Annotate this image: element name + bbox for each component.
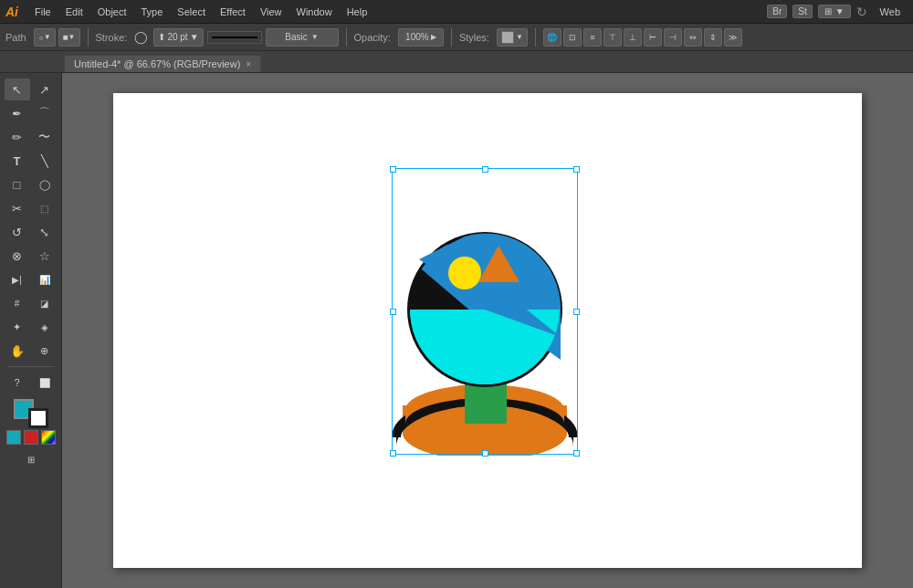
artboard <box>113 93 862 568</box>
eraser-tool-btn[interactable]: ⬚ <box>32 197 58 219</box>
app-logo: Ai <box>5 5 18 19</box>
color-controls <box>6 399 56 445</box>
tab-title: Untitled-4* @ 66.67% (RGB/Preview) <box>74 58 240 69</box>
opacity-field[interactable]: 100% ▶ <box>398 28 444 47</box>
align-group: 🌐 ⊡ ≡ ⊤ ⊥ ⊢ ⊣ ⇔ ⇕ ≫ <box>543 28 742 47</box>
anchor-type-btn[interactable]: ⬦ ▼ <box>34 28 56 47</box>
convert-dropdown-arrow: ▼ <box>68 33 76 41</box>
pen-tool-btn[interactable]: ✒ <box>5 102 30 124</box>
distribute-h-btn[interactable]: ⇔ <box>684 28 702 47</box>
align-middle-btn[interactable]: ⊥ <box>624 28 642 47</box>
menu-select[interactable]: Select <box>170 5 213 19</box>
stroke-profile-btn[interactable]: Basic ▼ <box>266 28 339 47</box>
scale-tool-btn[interactable]: ⤡ <box>32 221 58 243</box>
stroke-up-arrow: ⬆ <box>158 32 165 42</box>
menu-window[interactable]: Window <box>289 5 340 19</box>
globe-icon[interactable]: 🌐 <box>543 28 561 47</box>
view-tools-row: ✋ ⊕ <box>5 340 58 362</box>
red-color-btn[interactable] <box>24 430 38 445</box>
artboard-btn[interactable]: ⊞ <box>7 450 55 468</box>
workspace-switcher[interactable]: ⊞ ▼ <box>818 5 851 18</box>
measure-tools-row: ✦ ◈ <box>5 316 58 338</box>
rotate-tool-btn[interactable]: ↺ <box>5 221 30 243</box>
stroke-value: 20 pt <box>167 32 187 42</box>
more-btn[interactable]: ≫ <box>724 28 742 47</box>
line-tool-btn[interactable]: ╲ <box>32 150 58 172</box>
align-left-btn[interactable]: ⊡ <box>563 28 582 47</box>
symbol-tools-row: ▶| 📊 <box>5 268 58 290</box>
align-bottom-btn[interactable]: ⊣ <box>664 28 682 47</box>
mesh-tool-btn[interactable]: # <box>5 292 30 314</box>
canvas-btn[interactable]: ⬜ <box>32 372 58 394</box>
help-row: ? ⬜ <box>5 372 58 394</box>
direct-selection-tool-btn[interactable]: ↗ <box>32 79 58 100</box>
menu-object[interactable]: Object <box>90 5 134 19</box>
smooth-tool-btn[interactable]: 〜 <box>32 126 58 148</box>
canvas-area[interactable] <box>62 73 913 588</box>
menu-effect[interactable]: Effect <box>213 5 253 19</box>
tab-close-btn[interactable]: × <box>246 59 251 69</box>
stroke-profile-arrow: ▼ <box>311 33 319 41</box>
color-mode-row <box>6 430 56 445</box>
svg-point-5 <box>448 257 481 289</box>
distribute-v-btn[interactable]: ⇕ <box>704 28 722 47</box>
tab-bar: Untitled-4* @ 66.67% (RGB/Preview) × <box>0 51 913 73</box>
type-tools-row: T ╲ <box>5 150 58 172</box>
stroke-profile-label: Basic <box>285 32 307 42</box>
scissors-tool-btn[interactable]: ✂ <box>5 197 30 219</box>
hand-tool-btn[interactable]: ✋ <box>5 340 30 362</box>
pencil-tool-btn[interactable]: ✏ <box>5 126 30 148</box>
zoom-tool-btn[interactable]: ⊕ <box>32 340 58 362</box>
opacity-arrow: ▶ <box>431 33 436 41</box>
convert-anchor-btn[interactable]: ■ ▼ <box>58 28 80 47</box>
stroke-swatch[interactable] <box>28 408 48 428</box>
control-toolbar: Path ⬦ ▼ ■ ▼ Stroke: ◯ ⬆ 20 pt ▼ Basic ▼… <box>0 24 913 51</box>
sep3 <box>451 28 452 47</box>
shape-tools-row: □ ◯ <box>5 173 58 195</box>
menu-edit[interactable]: Edit <box>58 5 90 19</box>
gradient-tool-btn[interactable]: ◪ <box>32 292 58 314</box>
stock-button[interactable]: St <box>792 5 812 18</box>
artwork-group[interactable] <box>392 168 579 456</box>
warp-tools-row: ⊗ ☆ <box>5 245 58 267</box>
rectangle-tool-btn[interactable]: □ <box>5 173 30 195</box>
transform-tools-row: ↺ ⤡ <box>5 221 58 243</box>
select-tools-row: ↖ ↗ <box>5 79 58 100</box>
menu-help[interactable]: Help <box>340 5 375 19</box>
sync-icon[interactable]: ↻ <box>856 5 867 19</box>
bridge-button[interactable]: Br <box>767 5 787 18</box>
stroke-line <box>212 37 257 38</box>
align-center-btn[interactable]: ≡ <box>583 28 602 47</box>
menu-type[interactable]: Type <box>134 5 171 19</box>
grid-icon: ⊞ <box>824 6 832 16</box>
stroke-down-arrow: ▼ <box>190 32 199 42</box>
width-tool-btn[interactable]: ⊗ <box>5 245 30 267</box>
stroke-weight-field[interactable]: ⬆ 20 pt ▼ <box>153 28 203 47</box>
anchor-group: ⬦ ▼ ■ ▼ <box>34 28 80 47</box>
artboard-tool-area: ⊞ <box>7 450 55 468</box>
menu-view[interactable]: View <box>253 5 289 19</box>
blend-tool-btn[interactable]: ◈ <box>32 316 58 338</box>
sep2 <box>346 28 347 47</box>
main-area: ↖ ↗ ✒ ⌒ ✏ 〜 T ╲ □ ◯ ✂ ⬚ ↺ ⤡ ⊗ ☆ <box>0 73 913 588</box>
style-swatch-btn[interactable]: ▼ <box>497 28 528 47</box>
document-tab[interactable]: Untitled-4* @ 66.67% (RGB/Preview) × <box>64 55 261 72</box>
menu-file[interactable]: File <box>27 5 58 19</box>
anchor-dropdown-arrow: ▼ <box>44 33 51 41</box>
column-graph-tool-btn[interactable]: 📊 <box>32 268 58 290</box>
type-tool-btn[interactable]: T <box>5 150 30 172</box>
selection-tool-btn[interactable]: ↖ <box>5 79 30 100</box>
help-btn[interactable]: ? <box>5 372 30 394</box>
gradient-color-btn[interactable] <box>41 430 56 445</box>
menu-web[interactable]: Web <box>873 5 908 19</box>
ellipse-tool-btn[interactable]: ◯ <box>32 173 58 195</box>
fill-stroke-indicator[interactable] <box>14 399 48 428</box>
align-right-btn[interactable]: ⊢ <box>644 28 662 47</box>
eyedropper-tool-btn[interactable]: ✦ <box>5 316 30 338</box>
fill-color-btn[interactable] <box>6 430 21 445</box>
curvature-tool-btn[interactable]: ⌒ <box>32 102 58 124</box>
symbol-tool-btn[interactable]: ▶| <box>5 268 30 290</box>
warp-tool-btn[interactable]: ☆ <box>32 245 58 267</box>
align-top-btn[interactable]: ⊤ <box>603 28 622 47</box>
menu-bar: Ai File Edit Object Type Select Effect V… <box>0 0 913 24</box>
